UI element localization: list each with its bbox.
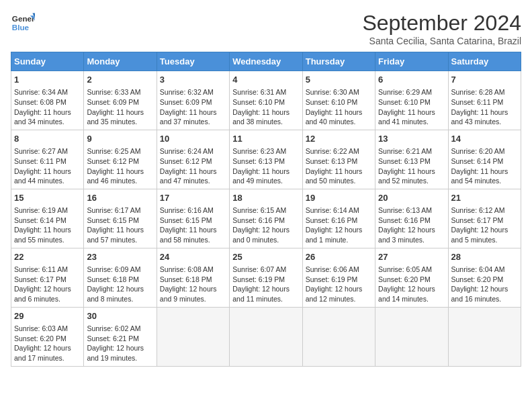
daylight-text: Daylight: 12 hours and 16 minutes. <box>451 284 518 304</box>
sunrise-text: Sunrise: 6:14 AM <box>306 205 372 216</box>
calendar-week-1: 1Sunrise: 6:34 AMSunset: 6:08 PMDaylight… <box>11 71 521 130</box>
calendar-cell <box>448 307 521 366</box>
calendar-cell: 27Sunrise: 6:05 AMSunset: 6:20 PMDayligh… <box>375 248 448 307</box>
sunset-text: Sunset: 6:18 PM <box>87 275 153 285</box>
month-title: September 2024 <box>362 11 521 36</box>
sunrise-text: Sunrise: 6:19 AM <box>14 205 81 216</box>
sunrise-text: Sunrise: 6:33 AM <box>87 87 153 97</box>
daylight-text: Daylight: 11 hours and 57 minutes. <box>87 225 153 244</box>
day-number: 20 <box>378 192 445 204</box>
daylight-text: Daylight: 12 hours and 19 minutes. <box>87 343 153 363</box>
daylight-text: Daylight: 11 hours and 44 minutes. <box>14 167 81 186</box>
sunset-text: Sunset: 6:12 PM <box>160 156 226 167</box>
sunset-text: Sunset: 6:21 PM <box>87 334 153 344</box>
day-number: 2 <box>87 74 153 86</box>
col-friday: Friday <box>375 52 448 71</box>
sunset-text: Sunset: 6:13 PM <box>378 156 445 167</box>
calendar-body: 1Sunrise: 6:34 AMSunset: 6:08 PMDaylight… <box>11 71 521 367</box>
sunrise-text: Sunrise: 6:11 AM <box>14 265 81 275</box>
calendar-cell: 18Sunrise: 6:15 AMSunset: 6:16 PMDayligh… <box>230 189 302 248</box>
sunrise-text: Sunrise: 6:07 AM <box>232 265 299 275</box>
daylight-text: Daylight: 11 hours and 46 minutes. <box>87 167 153 186</box>
daylight-text: Daylight: 12 hours and 3 minutes. <box>378 225 445 244</box>
sunrise-text: Sunrise: 6:28 AM <box>451 87 518 97</box>
col-saturday: Saturday <box>448 52 521 71</box>
day-number: 17 <box>160 192 226 204</box>
day-number: 25 <box>232 251 299 263</box>
daylight-text: Daylight: 12 hours and 5 minutes. <box>451 225 518 244</box>
daylight-text: Daylight: 11 hours and 41 minutes. <box>378 107 445 127</box>
calendar-cell: 7Sunrise: 6:28 AMSunset: 6:11 PMDaylight… <box>448 71 521 130</box>
calendar-cell <box>157 307 229 366</box>
sunset-text: Sunset: 6:14 PM <box>451 156 518 167</box>
daylight-text: Daylight: 12 hours and 0 minutes. <box>232 225 299 244</box>
calendar-cell: 25Sunrise: 6:07 AMSunset: 6:19 PMDayligh… <box>230 248 302 307</box>
sunset-text: Sunset: 6:11 PM <box>14 156 81 167</box>
day-number: 4 <box>232 74 299 86</box>
daylight-text: Daylight: 12 hours and 1 minute. <box>306 225 372 244</box>
daylight-text: Daylight: 11 hours and 40 minutes. <box>306 107 372 127</box>
calendar-week-3: 15Sunrise: 6:19 AMSunset: 6:14 PMDayligh… <box>11 189 521 248</box>
sunrise-text: Sunrise: 6:21 AM <box>378 146 445 156</box>
sunset-text: Sunset: 6:17 PM <box>14 275 81 285</box>
day-number: 9 <box>87 133 153 145</box>
page-header: General Blue September 2024 Santa Cecili… <box>11 11 521 46</box>
daylight-text: Daylight: 12 hours and 17 minutes. <box>14 343 81 363</box>
sunrise-text: Sunrise: 6:06 AM <box>306 265 372 275</box>
daylight-text: Daylight: 11 hours and 58 minutes. <box>160 225 226 244</box>
sunrise-text: Sunrise: 6:08 AM <box>160 265 226 275</box>
daylight-text: Daylight: 11 hours and 52 minutes. <box>378 167 445 186</box>
day-number: 27 <box>378 251 445 263</box>
sunset-text: Sunset: 6:18 PM <box>160 275 226 285</box>
sunrise-text: Sunrise: 6:13 AM <box>378 205 445 216</box>
daylight-text: Daylight: 12 hours and 12 minutes. <box>306 284 372 304</box>
sunrise-text: Sunrise: 6:31 AM <box>232 87 299 97</box>
sunrise-text: Sunrise: 6:27 AM <box>14 146 81 156</box>
daylight-text: Daylight: 11 hours and 49 minutes. <box>232 167 299 186</box>
sunset-text: Sunset: 6:20 PM <box>14 334 81 344</box>
calendar-cell <box>302 307 375 366</box>
calendar-week-2: 8Sunrise: 6:27 AMSunset: 6:11 PMDaylight… <box>11 130 521 189</box>
sunset-text: Sunset: 6:19 PM <box>306 275 372 285</box>
calendar-cell: 2Sunrise: 6:33 AMSunset: 6:09 PMDaylight… <box>84 71 157 130</box>
day-number: 6 <box>378 74 445 86</box>
daylight-text: Daylight: 11 hours and 50 minutes. <box>306 167 372 186</box>
col-tuesday: Tuesday <box>157 52 229 71</box>
col-sunday: Sunday <box>11 52 84 71</box>
calendar-cell: 16Sunrise: 6:17 AMSunset: 6:15 PMDayligh… <box>84 189 157 248</box>
calendar-header: Sunday Monday Tuesday Wednesday Thursday… <box>11 52 521 71</box>
sunrise-text: Sunrise: 6:25 AM <box>87 146 153 156</box>
daylight-text: Daylight: 11 hours and 43 minutes. <box>451 107 518 127</box>
col-wednesday: Wednesday <box>230 52 302 71</box>
daylight-text: Daylight: 12 hours and 14 minutes. <box>378 284 445 304</box>
sunrise-text: Sunrise: 6:32 AM <box>160 87 226 97</box>
calendar-cell: 17Sunrise: 6:16 AMSunset: 6:15 PMDayligh… <box>157 189 229 248</box>
sunset-text: Sunset: 6:14 PM <box>14 216 81 226</box>
sunset-text: Sunset: 6:10 PM <box>306 97 372 107</box>
calendar-cell: 28Sunrise: 6:04 AMSunset: 6:20 PMDayligh… <box>448 248 521 307</box>
sunrise-text: Sunrise: 6:16 AM <box>160 205 226 216</box>
day-number: 19 <box>306 192 372 204</box>
day-number: 10 <box>160 133 226 145</box>
sunset-text: Sunset: 6:09 PM <box>87 97 153 107</box>
calendar-cell: 9Sunrise: 6:25 AMSunset: 6:12 PMDaylight… <box>84 130 157 189</box>
sunrise-text: Sunrise: 6:22 AM <box>306 146 372 156</box>
sunset-text: Sunset: 6:20 PM <box>378 275 445 285</box>
day-number: 3 <box>160 74 226 86</box>
sunset-text: Sunset: 6:17 PM <box>451 216 518 226</box>
logo: General Blue <box>11 11 35 35</box>
header-row: Sunday Monday Tuesday Wednesday Thursday… <box>11 52 521 71</box>
daylight-text: Daylight: 11 hours and 38 minutes. <box>232 107 299 127</box>
day-number: 21 <box>451 192 518 204</box>
day-number: 13 <box>378 133 445 145</box>
sunrise-text: Sunrise: 6:04 AM <box>451 265 518 275</box>
day-number: 18 <box>232 192 299 204</box>
calendar-cell: 8Sunrise: 6:27 AMSunset: 6:11 PMDaylight… <box>11 130 84 189</box>
sunrise-text: Sunrise: 6:30 AM <box>306 87 372 97</box>
calendar-cell: 26Sunrise: 6:06 AMSunset: 6:19 PMDayligh… <box>302 248 375 307</box>
day-number: 16 <box>87 192 153 204</box>
day-number: 30 <box>87 310 153 322</box>
sunset-text: Sunset: 6:10 PM <box>232 97 299 107</box>
calendar-cell: 29Sunrise: 6:03 AMSunset: 6:20 PMDayligh… <box>11 307 84 366</box>
calendar-cell: 23Sunrise: 6:09 AMSunset: 6:18 PMDayligh… <box>84 248 157 307</box>
